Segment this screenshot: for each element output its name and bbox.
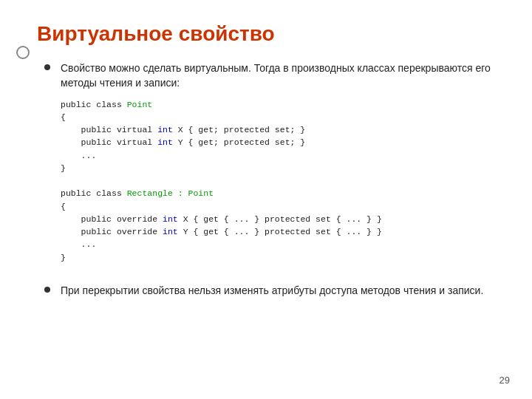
code-line: public virtual int Y { get; protected se… [61, 136, 495, 149]
bullet-list: Свойство можно сделать виртуальным. Тогд… [44, 61, 495, 305]
bullet-content: Свойство можно сделать виртуальным. Тогд… [61, 61, 495, 270]
code-block-1: public class Point { public virtual int … [61, 98, 495, 264]
bullet-content: При перекрытии свойства нельзя изменять … [61, 283, 495, 305]
code-line: { [61, 111, 495, 123]
code-line: public override int X { get { ... } prot… [61, 213, 495, 225]
code-line: { [61, 200, 495, 213]
code-line [61, 174, 495, 187]
code-line: public class Point [61, 98, 495, 111]
slide: Виртуальное свойство Свойство можно сдел… [0, 0, 532, 399]
list-item: Свойство можно сделать виртуальным. Тогд… [44, 61, 495, 270]
code-line: public override int Y { get { ... } prot… [61, 225, 495, 238]
bullet-text: Свойство можно сделать виртуальным. Тогд… [61, 61, 495, 91]
code-type: int [157, 137, 173, 147]
circle-accent [16, 46, 30, 59]
code-line: ... [61, 149, 495, 162]
code-type: int [163, 227, 178, 236]
code-keyword: public class [61, 188, 127, 198]
bullet-text: При перекрытии свойства нельзя изменять … [61, 283, 495, 298]
code-line: } [61, 162, 495, 174]
code-line: } [61, 251, 495, 264]
code-type: int [157, 125, 173, 134]
code-line: ... [61, 238, 495, 250]
code-classname: Point [127, 100, 153, 109]
code-keyword: public class [61, 100, 127, 109]
code-type: int [163, 214, 178, 224]
slide-title: Виртуальное свойство [37, 22, 495, 46]
code-line: public virtual int X { get; protected se… [61, 123, 495, 136]
page-number: 29 [499, 375, 510, 386]
bullet-dot [44, 287, 50, 293]
list-item: При перекрытии свойства нельзя изменять … [44, 283, 495, 305]
bullet-dot [44, 64, 50, 70]
code-line: public class Rectangle : Point [61, 187, 495, 200]
code-classname: Rectangle : Point [127, 188, 214, 198]
